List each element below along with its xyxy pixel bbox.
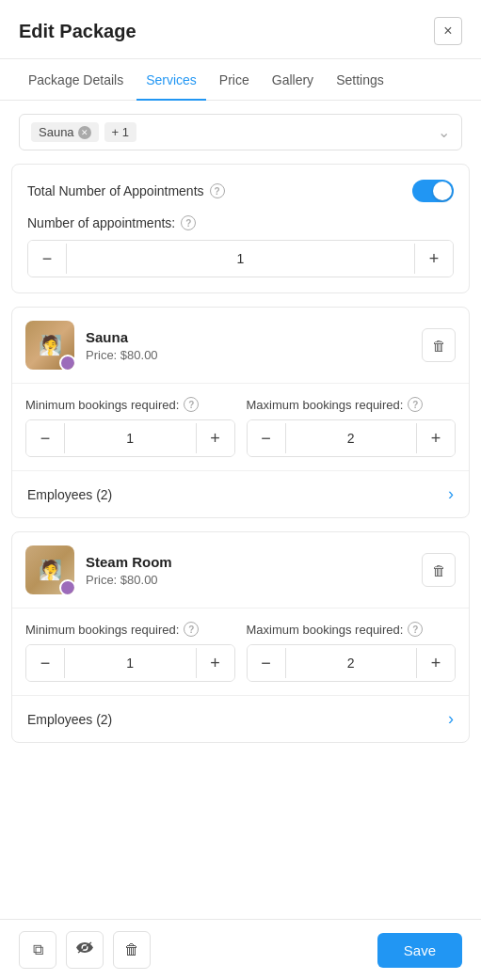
tab-price[interactable]: Price bbox=[210, 59, 259, 101]
steam-room-max-label: Maximum bookings required: ? bbox=[247, 622, 457, 637]
tab-settings[interactable]: Settings bbox=[327, 59, 393, 101]
appointments-help-icon[interactable]: ? bbox=[210, 183, 225, 198]
appointments-card: Total Number of Appointments ? Number of… bbox=[11, 164, 470, 293]
steam-room-avatar: 🧖 bbox=[25, 545, 74, 594]
appointments-increment[interactable]: + bbox=[415, 241, 453, 277]
steam-room-bookings-section: Minimum bookings required: ? − 1 + Maxim… bbox=[12, 609, 469, 696]
sauna-min-col: Minimum bookings required: ? − 1 + bbox=[25, 397, 235, 457]
steam-room-min-col: Minimum bookings required: ? − 1 + bbox=[25, 622, 235, 682]
steam-room-employees-chevron-icon: › bbox=[448, 709, 454, 729]
steam-room-max-help-icon[interactable]: ? bbox=[408, 622, 423, 637]
steam-room-avatar-badge bbox=[59, 579, 74, 594]
sauna-avatar: 🧖 bbox=[25, 321, 74, 370]
delete-button[interactable]: 🗑 bbox=[113, 931, 151, 969]
sauna-bookings-row: Minimum bookings required: ? − 1 + Maxim… bbox=[25, 397, 456, 457]
steam-room-price: Price: $80.00 bbox=[86, 573, 422, 587]
steam-room-min-value: 1 bbox=[64, 648, 197, 678]
sauna-max-stepper: − 2 + bbox=[247, 419, 457, 457]
number-help-icon[interactable]: ? bbox=[181, 215, 196, 230]
tab-gallery[interactable]: Gallery bbox=[263, 59, 323, 101]
sauna-tag[interactable]: Sauna ✕ bbox=[31, 122, 99, 142]
sauna-max-label: Maximum bookings required: ? bbox=[247, 397, 457, 412]
steam-room-max-increment[interactable]: + bbox=[417, 645, 455, 681]
sauna-tag-label: Sauna bbox=[39, 125, 74, 139]
sauna-min-decrement[interactable]: − bbox=[26, 420, 64, 456]
sauna-info: Sauna Price: $80.00 bbox=[86, 329, 422, 362]
appointments-stepper: − 1 + bbox=[27, 240, 454, 277]
sauna-name: Sauna bbox=[86, 329, 422, 345]
copy-button[interactable]: ⧉ bbox=[19, 931, 56, 969]
steam-room-info: Steam Room Price: $80.00 bbox=[86, 554, 422, 587]
steam-room-employees-label: Employees (2) bbox=[27, 712, 112, 727]
sauna-min-value: 1 bbox=[64, 423, 197, 453]
steam-room-min-decrement[interactable]: − bbox=[26, 645, 64, 681]
bottom-actions: ⧉ 🗑 bbox=[19, 931, 151, 969]
sauna-employees-row[interactable]: Employees (2) › bbox=[12, 471, 469, 517]
appointments-value: 1 bbox=[66, 244, 415, 274]
sauna-employees-chevron-icon: › bbox=[448, 484, 454, 504]
save-button[interactable]: Save bbox=[377, 933, 462, 968]
sauna-bookings-section: Minimum bookings required: ? − 1 + Maxim… bbox=[12, 384, 469, 471]
appointments-number-row: Number of appointments: ? bbox=[27, 215, 454, 230]
steam-room-min-stepper: − 1 + bbox=[25, 644, 235, 682]
sauna-max-col: Maximum bookings required: ? − 2 + bbox=[247, 397, 457, 457]
sauna-employees-label: Employees (2) bbox=[27, 487, 112, 502]
sauna-delete-button[interactable]: 🗑 bbox=[422, 328, 456, 362]
more-tags: + 1 bbox=[104, 122, 136, 142]
delete-icon: 🗑 bbox=[124, 941, 139, 958]
steam-room-max-value: 2 bbox=[285, 648, 418, 678]
steam-room-max-stepper: − 2 + bbox=[247, 644, 457, 682]
sauna-tag-close[interactable]: ✕ bbox=[78, 126, 91, 139]
sauna-min-help-icon[interactable]: ? bbox=[184, 397, 199, 412]
steam-room-service-card: 🧖 Steam Room Price: $80.00 🗑 Minimum boo… bbox=[11, 531, 470, 743]
sauna-price: Price: $80.00 bbox=[86, 348, 422, 362]
modal-header: Edit Package × bbox=[0, 0, 481, 59]
sauna-max-help-icon[interactable]: ? bbox=[408, 397, 423, 412]
sauna-max-decrement[interactable]: − bbox=[248, 420, 285, 456]
services-tag-area[interactable]: Sauna ✕ + 1 ⌄ bbox=[19, 114, 462, 150]
sauna-min-increment[interactable]: + bbox=[197, 420, 234, 456]
sauna-max-increment[interactable]: + bbox=[417, 420, 455, 456]
sauna-max-value: 2 bbox=[285, 423, 418, 453]
hide-button[interactable] bbox=[66, 931, 104, 969]
steam-room-bookings-row: Minimum bookings required: ? − 1 + Maxim… bbox=[25, 622, 456, 682]
steam-room-max-decrement[interactable]: − bbox=[248, 645, 285, 681]
steam-room-min-label: Minimum bookings required: ? bbox=[25, 622, 235, 637]
hide-icon bbox=[76, 941, 93, 958]
modal-title: Edit Package bbox=[19, 21, 136, 42]
sauna-service-header: 🧖 Sauna Price: $80.00 🗑 bbox=[12, 308, 469, 384]
sauna-service-card: 🧖 Sauna Price: $80.00 🗑 Minimum bookings… bbox=[11, 307, 470, 518]
appointments-toggle[interactable] bbox=[412, 180, 454, 202]
steam-room-min-help-icon[interactable]: ? bbox=[184, 622, 199, 637]
toggle-label: Total Number of Appointments ? bbox=[27, 183, 225, 198]
sauna-avatar-badge bbox=[59, 355, 74, 370]
appointments-decrement[interactable]: − bbox=[28, 241, 66, 277]
tags-chevron-icon: ⌄ bbox=[438, 123, 450, 141]
tab-services[interactable]: Services bbox=[136, 59, 206, 101]
steam-room-name: Steam Room bbox=[86, 554, 422, 570]
steam-room-max-col: Maximum bookings required: ? − 2 + bbox=[247, 622, 457, 682]
bottom-bar: ⧉ 🗑 Save bbox=[0, 919, 481, 980]
sauna-min-label: Minimum bookings required: ? bbox=[25, 397, 235, 412]
steam-room-delete-button[interactable]: 🗑 bbox=[422, 553, 456, 587]
steam-room-min-increment[interactable]: + bbox=[197, 645, 234, 681]
steam-room-service-header: 🧖 Steam Room Price: $80.00 🗑 bbox=[12, 532, 469, 609]
sauna-min-stepper: − 1 + bbox=[25, 419, 235, 457]
copy-icon: ⧉ bbox=[33, 941, 43, 958]
tabs-bar: Package Details Services Price Gallery S… bbox=[0, 59, 481, 101]
tab-package-details[interactable]: Package Details bbox=[19, 59, 133, 101]
steam-room-employees-row[interactable]: Employees (2) › bbox=[12, 696, 469, 742]
toggle-row: Total Number of Appointments ? bbox=[27, 180, 454, 202]
close-button[interactable]: × bbox=[434, 17, 462, 45]
